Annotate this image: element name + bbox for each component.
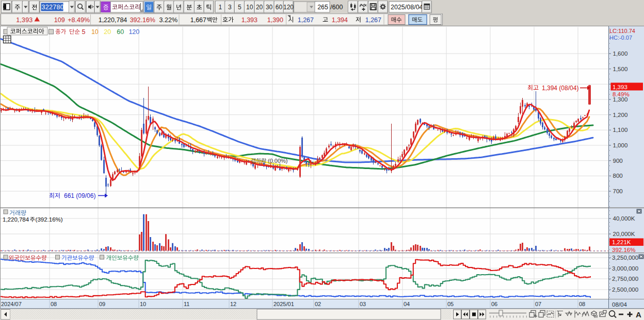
svg-text:3,250,000: 3,250,000 [612,255,638,261]
svg-text:20: 20 [256,4,263,11]
svg-text:04: 04 [404,301,410,307]
svg-text:1,267: 1,267 [365,16,381,24]
svg-text:(392.16%): (392.16%) [36,216,63,223]
svg-text:2,750,000: 2,750,000 [612,276,638,282]
svg-text:/600: /600 [330,4,343,11]
svg-text:1,394: 1,394 [332,16,348,24]
svg-text:392.16%: 392.16% [612,247,635,253]
svg-text:08: 08 [51,301,57,307]
svg-text:1,600: 1,600 [613,50,628,57]
svg-text:1,393: 1,393 [16,16,33,24]
svg-text:07: 07 [535,301,541,307]
svg-text:HC:-0.07: HC:-0.07 [609,35,632,41]
svg-text:1,220,784: 1,220,784 [99,16,127,24]
svg-text:60: 60 [117,28,124,36]
svg-text:120: 120 [128,28,139,36]
svg-text:A: A [636,310,641,319]
svg-text:1,300: 1,300 [613,96,628,103]
svg-text:392.16%: 392.16% [130,16,155,24]
svg-text:120: 120 [283,4,294,11]
svg-text:20,000K: 20,000K [613,231,635,237]
svg-text:5: 5 [82,28,86,36]
svg-text:02: 02 [315,301,321,307]
svg-text:800: 800 [613,173,623,179]
svg-text:8.49%: 8.49% [613,91,630,97]
svg-text:1,393: 1,393 [613,84,627,90]
svg-text:10: 10 [91,28,99,36]
svg-text:1,390: 1,390 [267,16,283,24]
svg-text:05: 05 [447,301,454,307]
svg-text:5: 5 [238,4,242,11]
svg-text:700: 700 [613,188,623,194]
svg-text:11: 11 [184,301,189,307]
svg-text:1,393: 1,393 [242,16,257,24]
svg-text:03: 03 [360,301,366,307]
svg-text:30: 30 [266,4,273,11]
svg-text:+8.49%: +8.49% [68,16,90,24]
svg-text:20: 20 [104,28,111,36]
svg-text:1,000: 1,000 [613,142,628,148]
svg-text:08/04: 08/04 [612,301,627,308]
svg-text:1,220,784: 1,220,784 [3,216,29,223]
svg-text:2024/07: 2024/07 [1,301,22,307]
svg-text:3: 3 [228,4,232,11]
svg-text:(0.00%): (0.00%) [268,158,288,164]
svg-text:1,200: 1,200 [613,112,628,118]
svg-text:1,267: 1,267 [298,16,314,24]
svg-text:1,100: 1,100 [613,127,628,133]
svg-text:40,000K: 40,000K [613,215,635,222]
svg-text:2025/08/04: 2025/08/04 [391,4,423,11]
svg-text:900: 900 [613,158,623,164]
svg-text:1,221K: 1,221K [612,239,631,245]
svg-text:661 (09/06): 661 (09/06) [64,192,95,199]
svg-text:10: 10 [246,4,253,11]
svg-text:109: 109 [54,16,65,24]
svg-text:3,000,000: 3,000,000 [612,265,638,272]
svg-text:12: 12 [230,301,236,307]
svg-text:06: 06 [491,301,497,307]
svg-text:2025/01: 2025/01 [273,301,294,307]
svg-text:LC:110.74: LC:110.74 [609,28,635,34]
svg-text:60: 60 [276,4,283,11]
svg-text:08: 08 [579,301,585,307]
svg-text:10: 10 [140,301,146,307]
svg-text:1,667: 1,667 [190,16,206,24]
svg-text:265: 265 [317,4,328,11]
svg-text:2,500,000: 2,500,000 [612,287,638,293]
svg-text:09: 09 [99,301,105,307]
svg-text:1: 1 [219,4,222,11]
svg-text:3.22%: 3.22% [159,16,178,24]
svg-text:322780: 322780 [42,4,65,11]
svg-text:1,500: 1,500 [613,66,628,72]
svg-text:1,394 (08/04): 1,394 (08/04) [542,85,578,92]
